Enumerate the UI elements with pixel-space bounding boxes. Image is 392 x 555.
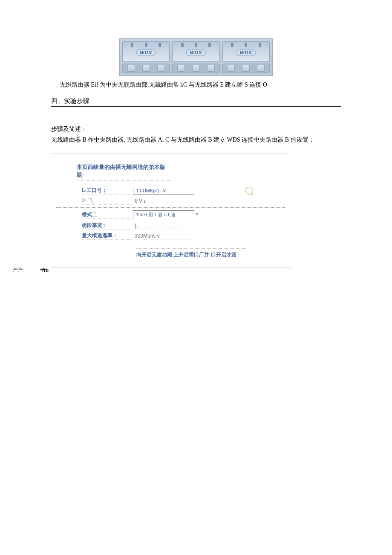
steps-label: 步骤及简述： [51,124,341,134]
wds-diagram: WDS WDS WDS [119,38,273,76]
router-config-screenshot: 本页面峻量的由裸无蟠网境的第本版題· L·工口号； TJ-UMKj<1i_¥ 叫… [51,154,290,267]
bandwidth-row: 栀段幕宽： |.. [82,222,290,230]
mode-row: 横式二 1lhfH 用 1 蓉 cd 腩 * [82,210,290,219]
wds-label-c: WDS [236,49,256,56]
rate-value: 300Mbns v [133,233,190,239]
star-icon: * [196,212,198,218]
bandwidth-label: 栀段幕宽： [82,222,133,230]
wds-label-b: WDS [186,49,206,56]
section-title: 四、实验步骤 [51,97,341,107]
bandwidth-value: |.. [133,223,190,229]
search-icon[interactable] [245,187,253,195]
mode-input[interactable]: 1lhfH 用 1 蓉 cd 腩 [133,210,194,219]
bottom-right: *fttı [40,267,49,273]
steps-body: 无线路由器 B 作中央路由器, 无线路由器 A, C 与无线路由器 B 建立 W… [51,134,341,145]
mode-label: 横式二 [82,211,133,219]
ssid-row: L·工口号； TJ-UMKj<1i_¥ [82,187,290,195]
router-c: WDS [222,41,270,62]
config-footer-note: 向开后无建功飓 上升后需口厂并 口开启才跖 [136,248,247,259]
channel-row: 叫 飞 6 V ₁ [82,197,290,205]
bottom-left: 产产 [13,267,23,274]
diagram-caption: 无织路由骣 Eif 为中央无靓路由部,无畿路由常 kC 与无线路器 E 建立师 … [60,81,341,89]
config-title: 本页面峻量的由裸无蟠网境的第本版題· [77,162,170,180]
rate-row: 量大概遁邋率： 300Mbns v [82,232,290,240]
channel-label: 叫 飞 [82,197,133,205]
channel-value: 6 V ₁ [133,198,146,204]
ssid-label: L·工口号； [82,187,133,195]
wds-label-a: WDS [136,49,156,56]
router-a: WDS [122,41,170,62]
rate-label: 量大概遁邋率： [82,232,133,240]
ssid-input[interactable]: TJ-UMKj<1i_¥ [133,187,194,195]
router-b: WDS [172,41,219,62]
